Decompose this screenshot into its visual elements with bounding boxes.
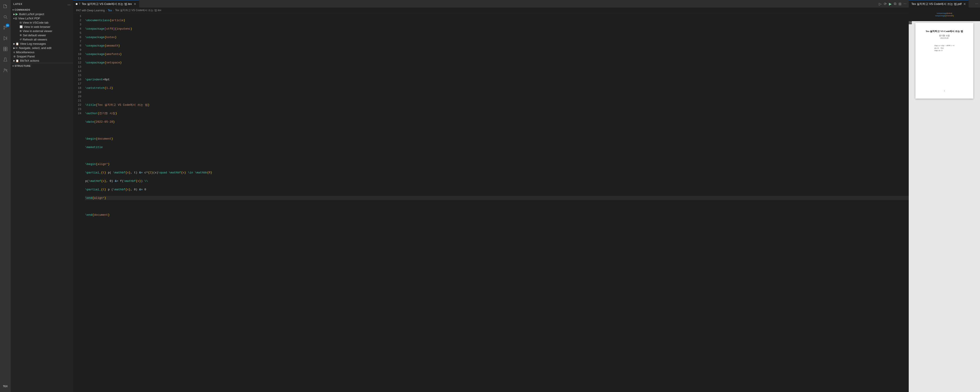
breadcrumb: PAT with Deep Learning › Tex › Tex 설치하고 … xyxy=(73,8,909,13)
view-log-label: View Log messages xyxy=(20,42,46,45)
misc-icon: ≡ xyxy=(13,51,15,54)
sidebar-header: LATEX ... xyxy=(11,0,73,8)
tex-file-icon: T xyxy=(79,2,80,6)
svg-point-4 xyxy=(4,26,5,27)
structure-chevron: ▾ xyxy=(13,65,14,67)
users-icon[interactable] xyxy=(0,65,11,76)
web-browser-icon: ⬜ xyxy=(20,25,23,28)
tab-close-button[interactable]: ✕ xyxy=(134,2,136,6)
sidebar-tree: ▾ COMMANDS ▶ ▶ Build LaTeX project ▾ ⊟ V… xyxy=(11,8,73,392)
svg-rect-7 xyxy=(3,47,5,49)
play-action-button[interactable]: ▶ xyxy=(888,2,892,6)
tab-actions: ▷ ⟳ ▶ ⧉ ⊞ ··· xyxy=(878,2,909,6)
structure-label: STRUCTURE xyxy=(15,65,31,67)
misc-label: Miscellaneous xyxy=(16,51,34,54)
pdf-tab[interactable]: Tex 설치하고 VS Code에서 쓰는 법.pdf ✕ xyxy=(909,0,969,8)
bibtex-label: BibTeX actions xyxy=(20,59,39,62)
pdf-content: \usepackage{kotex} \usepackage{amsmath} … xyxy=(909,8,980,392)
editor-tab-label: Tex 설치하고 VS Code에서 쓰는 법.tex xyxy=(82,2,132,6)
sidebar-item-view-web-browser[interactable]: ⬜ View in web browser xyxy=(11,25,73,29)
sidebar-item-view-external[interactable]: ⊞ View in external viewer xyxy=(11,29,73,33)
web-browser-label: View in web browser xyxy=(24,25,50,29)
more-actions-button[interactable]: ··· xyxy=(903,2,907,6)
sidebar-item-set-default-viewer[interactable]: ⚙ Set default viewer xyxy=(11,33,73,37)
svg-point-2 xyxy=(4,29,5,29)
vscode-tab-icon: ⊟ xyxy=(20,21,22,24)
sidebar-item-build-latex[interactable]: ▶ ▶ Build LaTeX project xyxy=(11,12,73,16)
pdf-math-content: ∂ₜp(x, t) = c²(x) x ∈ ℝⁿ, t > 0 p(x, 0) … xyxy=(935,44,954,52)
pdf-tab-actions: ··· xyxy=(975,2,980,6)
pdf-page-number: 1 xyxy=(944,90,945,92)
navigate-chevron: ▶ xyxy=(13,47,15,49)
svg-rect-10 xyxy=(6,49,7,51)
build-latex-icon: ▶ xyxy=(16,12,18,16)
structure-section-header[interactable]: ▾ STRUCTURE xyxy=(11,64,73,68)
sidebar-item-view-latex-pdf[interactable]: ▾ ⊟ View LaTeX PDF xyxy=(11,16,73,21)
pdf-math-line-1: ∂ₜp(x, t) = c²(x) x ∈ ℝⁿ, t > 0 xyxy=(935,44,954,47)
commands-section-header[interactable]: ▾ COMMANDS xyxy=(11,8,73,12)
debug-action-button[interactable]: ⟳ xyxy=(883,2,887,6)
view-log-chevron: ▶ xyxy=(13,43,15,45)
pdf-document-author: 전기현 사장 xyxy=(939,34,950,37)
svg-marker-5 xyxy=(4,37,7,40)
code-content[interactable]: \documentclass{article} \usepackage[utf8… xyxy=(83,13,909,392)
external-viewer-icon: ⊞ xyxy=(20,30,22,32)
svg-line-1 xyxy=(6,18,7,19)
pdf-preview-top: \usepackage{kotex} \usepackage{amsmath} xyxy=(909,8,980,21)
structure-section: ▾ STRUCTURE xyxy=(11,63,73,69)
editor-tab-tex[interactable]: T Tex 설치하고 VS Code에서 쓰는 법.tex ✕ xyxy=(73,0,139,8)
pdf-panel: Tex 설치하고 VS Code에서 쓰는 법.pdf ✕ ··· \usepa… xyxy=(909,0,980,392)
pdf-page-bottom: 1 xyxy=(944,52,945,94)
snippet-label: Snippet Panel xyxy=(17,55,35,58)
tex-icon[interactable]: TEX xyxy=(0,381,11,392)
pdf-math-line-3: ∂ₜp(x, 0) = 0 xyxy=(935,49,954,52)
pdf-side-strip: T xyxy=(909,21,912,24)
extensions-icon[interactable] xyxy=(0,44,11,54)
run-action-button[interactable]: ▷ xyxy=(878,2,882,6)
vscode-tab-label: View in VSCode tab xyxy=(23,21,48,24)
svg-point-12 xyxy=(6,69,7,71)
breadcrumb-part-3[interactable]: Tex 설치하고 VS Code에서 쓰는 법.tex xyxy=(115,8,161,12)
svg-rect-8 xyxy=(6,47,7,49)
view-pdf-label: View LaTeX PDF xyxy=(18,17,40,20)
breadcrumb-part-1[interactable]: PAT with Deep Learning xyxy=(76,9,105,12)
pdf-tab-bar: Tex 설치하고 VS Code에서 쓰는 법.pdf ✕ ··· xyxy=(909,0,980,8)
beaker-icon[interactable] xyxy=(0,54,11,65)
breadcrumb-part-2[interactable]: Tex xyxy=(108,9,112,12)
sidebar-item-miscellaneous[interactable]: ≡ Miscellaneous xyxy=(11,50,73,54)
set-default-icon: ⚙ xyxy=(20,34,22,37)
bibtex-icon: 📋 xyxy=(16,59,19,62)
sidebar-item-view-vscode-tab[interactable]: ⊟ View in VSCode tab xyxy=(11,21,73,25)
split-editor-button[interactable]: ⧉ xyxy=(893,2,897,6)
pdf-document-date: 2022.05.28 xyxy=(940,37,948,39)
sidebar-item-navigate[interactable]: ▶ ✏ Navigate, select, and edit xyxy=(11,46,73,50)
pdf-more-button[interactable]: ··· xyxy=(975,2,978,6)
sidebar-item-snippet-panel[interactable]: ❊ Snippet Panel xyxy=(11,54,73,59)
files-icon[interactable] xyxy=(0,1,11,11)
build-latex-chevron: ▶ xyxy=(13,13,15,15)
tab-bar: T Tex 설치하고 VS Code에서 쓰는 법.tex ✕ ▷ ⟳ ▶ ⧉ … xyxy=(73,0,909,8)
pdf-page: Tex 설치하고 VS Code에서 쓰는 법 전기현 사장 2022.05.2… xyxy=(915,23,973,98)
set-default-label: Set default viewer xyxy=(23,33,46,37)
sidebar: LATEX ... ▾ COMMANDS ▶ ▶ Build LaTeX pro… xyxy=(11,0,73,392)
pdf-tab-label: Tex 설치하고 VS Code에서 쓰는 법.pdf xyxy=(912,2,961,6)
commands-label: COMMANDS xyxy=(15,8,30,11)
layout-button[interactable]: ⊞ xyxy=(898,2,902,6)
editor-area: T Tex 설치하고 VS Code에서 쓰는 법.tex ✕ ▷ ⟳ ▶ ⧉ … xyxy=(73,0,909,392)
sidebar-more-button[interactable]: ... xyxy=(67,2,70,6)
source-control-icon[interactable]: 54 xyxy=(0,22,11,33)
sidebar-item-bibtex[interactable]: ▶ 📋 BibTeX actions xyxy=(11,59,73,63)
snippet-icon: ❊ xyxy=(13,55,16,58)
refresh-label: Refresh all viewers xyxy=(23,38,47,41)
sidebar-item-refresh-viewers[interactable]: ↺ Refresh all viewers xyxy=(11,37,73,41)
build-latex-label: Build LaTeX project xyxy=(19,13,44,16)
activity-bar: 54 TEX xyxy=(0,0,11,392)
sidebar-item-view-log[interactable]: ▶ 📋 View Log messages xyxy=(11,41,73,46)
pdf-tab-close-button[interactable]: ✕ xyxy=(963,2,966,6)
search-icon[interactable] xyxy=(0,11,11,22)
run-icon[interactable] xyxy=(0,33,11,44)
line-numbers: 1234 5678 9101112 13141516 17181920 2122… xyxy=(73,13,83,392)
activity-bottom: TEX xyxy=(0,381,11,392)
sidebar-title: LATEX xyxy=(13,3,22,5)
source-control-badge: 54 xyxy=(6,24,10,27)
